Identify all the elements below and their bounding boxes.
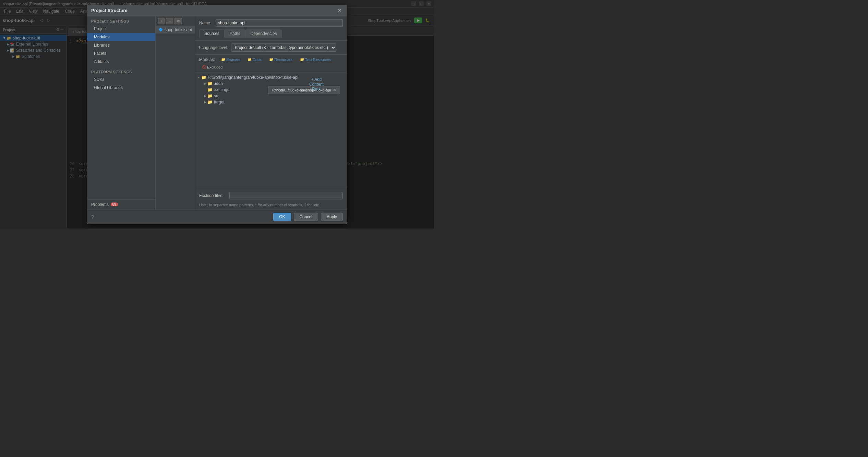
target-label: target bbox=[194, 115, 203, 119]
language-level-select[interactable]: Project default (8 - Lambdas, type annot… bbox=[212, 44, 317, 52]
nav-section-platform-settings: Platform Settings bbox=[87, 67, 137, 74]
exclude-files-label: Exclude files: bbox=[175, 191, 199, 196]
apply-button[interactable]: Apply bbox=[321, 208, 343, 218]
module-icon: 📦 bbox=[141, 32, 146, 37]
idea-folder-icon: 📁 bbox=[187, 95, 193, 100]
tab-sources[interactable]: Sources bbox=[175, 33, 200, 41]
idea-label: .idea bbox=[194, 96, 202, 100]
hint-text: Use ; to separate name patterns, * for a… bbox=[175, 198, 344, 202]
add-content-root-button[interactable]: + Add Content Root bbox=[300, 79, 341, 87]
dialog-title-bar: Project Structure ✕ bbox=[87, 9, 347, 20]
exclude-files-input[interactable] bbox=[202, 190, 344, 197]
remove-module-button[interactable]: − bbox=[148, 21, 155, 28]
tree-panel: F:\work\...\tuoke-api\shop-tuoke-api ✕ +… bbox=[175, 75, 344, 188]
module-name: shop-tuoke-api bbox=[147, 30, 169, 38]
dialog-footer: ? OK Cancel Apply bbox=[87, 205, 347, 220]
test-resources-folder-icon: 📁 bbox=[282, 56, 288, 61]
path-popup: F:\work\...\tuoke-api\shop-tuoke-api ✕ bbox=[259, 92, 330, 99]
exclude-files-row: Exclude files: bbox=[175, 190, 344, 197]
add-module-button[interactable]: + bbox=[140, 21, 147, 28]
nav-item-artifacts[interactable]: Artifacts bbox=[87, 59, 137, 67]
nav-section-project-settings: Project Settings bbox=[87, 22, 137, 29]
src-folder-icon: 📁 bbox=[187, 108, 193, 113]
nav-item-sdks[interactable]: SDKs bbox=[87, 74, 137, 81]
mark-resources-button[interactable]: 📁 Resources bbox=[246, 55, 277, 63]
module-item-shop-tuoke-api[interactable]: 📦 shop-tuoke-api bbox=[138, 29, 172, 39]
nav-item-libraries[interactable]: Libraries bbox=[87, 44, 137, 52]
name-row: Name: bbox=[175, 22, 344, 30]
module-list-panel: + − ⎘ 📦 shop-tuoke-api bbox=[138, 20, 172, 205]
tree-target[interactable]: ▶ 📁 target bbox=[175, 114, 344, 121]
ok-button[interactable]: OK bbox=[273, 208, 291, 218]
nav-problems-badge: 89 bbox=[113, 93, 121, 98]
name-label: Name: bbox=[175, 24, 187, 29]
path-popup-text: F:\work\...\tuoke-api\shop-tuoke-api bbox=[262, 94, 321, 98]
path-popup-close[interactable]: ✕ bbox=[324, 93, 327, 98]
target-folder-icon: 📁 bbox=[187, 115, 193, 120]
mark-test-resources-button[interactable]: 📁 Test Resources bbox=[279, 55, 318, 63]
tree-src[interactable]: ▶ 📁 src bbox=[175, 108, 344, 114]
tests-folder-icon: 📁 bbox=[226, 56, 231, 61]
help-button[interactable]: ? bbox=[91, 209, 99, 217]
excluded-folder-icon: 📁 bbox=[178, 66, 183, 71]
tab-paths[interactable]: Paths bbox=[200, 33, 221, 41]
src-label: src bbox=[194, 109, 199, 113]
copy-module-button[interactable]: ⎘ bbox=[156, 21, 162, 28]
mark-excluded-button[interactable]: 📁 Excluded bbox=[175, 65, 203, 72]
add-content-root-row: + Add Content Root bbox=[175, 78, 344, 88]
project-structure-dialog: Project Structure ✕ Project Settings Pro… bbox=[87, 8, 347, 221]
add-content-root-label: + Add Content Root bbox=[302, 81, 338, 85]
root-tree-folder-icon: 📁 bbox=[183, 89, 189, 94]
mark-as-label: Mark as: bbox=[175, 57, 191, 61]
settings-folder-icon: 📁 bbox=[187, 102, 193, 107]
target-chevron: ▶ bbox=[182, 115, 186, 119]
tree-panel-toolbar bbox=[175, 75, 344, 78]
modal-overlay: Project Structure ✕ Project Settings Pro… bbox=[0, 0, 434, 228]
nav-item-problems[interactable]: Problems 89 bbox=[87, 91, 137, 99]
nav-item-project[interactable]: Project bbox=[87, 29, 137, 37]
settings-label: .settings bbox=[194, 102, 208, 106]
mark-tests-button[interactable]: 📁 Tests bbox=[222, 55, 244, 63]
nav-item-global-libraries[interactable]: Global Libraries bbox=[87, 81, 137, 89]
resources-folder-icon: 📁 bbox=[249, 56, 255, 61]
cancel-button[interactable]: Cancel bbox=[294, 208, 318, 218]
dialog-close-button[interactable]: ✕ bbox=[337, 11, 343, 16]
language-level-row: Language level: Project default (8 - Lam… bbox=[175, 44, 344, 52]
module-list-toolbar: + − ⎘ bbox=[138, 20, 172, 29]
tab-dependencies[interactable]: Dependencies bbox=[221, 33, 258, 41]
nav-item-facets[interactable]: Facets bbox=[87, 52, 137, 59]
name-input[interactable] bbox=[190, 22, 344, 30]
module-detail-panel: Name: Sources Paths Dependencies Languag… bbox=[172, 20, 347, 205]
ide-window: shop-tuoke-api [F:\work\jiangnanfengran\… bbox=[0, 0, 434, 228]
mark-sources-button[interactable]: 📁 Sources bbox=[194, 55, 220, 63]
src-chevron: ▶ bbox=[182, 109, 186, 113]
nav-item-modules[interactable]: Modules bbox=[87, 37, 137, 44]
idea-chevron: ▶ bbox=[182, 96, 186, 100]
dialog-body: Project Settings Project Modules Librari… bbox=[87, 20, 347, 205]
dialog-right: + − ⎘ 📦 shop-tuoke-api Name: bbox=[138, 20, 347, 205]
dialog-title: Project Structure bbox=[91, 11, 127, 16]
footer-buttons: OK Cancel Apply bbox=[273, 208, 343, 218]
dialog-nav: Project Settings Project Modules Librari… bbox=[87, 20, 138, 205]
sources-folder-icon: 📁 bbox=[197, 56, 203, 61]
mark-as-row: Mark as: 📁 Sources 📁 Tests 📁 bbox=[175, 55, 344, 72]
dialog-tabs: Sources Paths Dependencies bbox=[175, 33, 344, 41]
language-level-label: Language level: bbox=[175, 46, 209, 51]
tree-settings[interactable]: 📁 .settings bbox=[175, 101, 344, 108]
root-tree-chevron: ▼ bbox=[178, 89, 182, 93]
